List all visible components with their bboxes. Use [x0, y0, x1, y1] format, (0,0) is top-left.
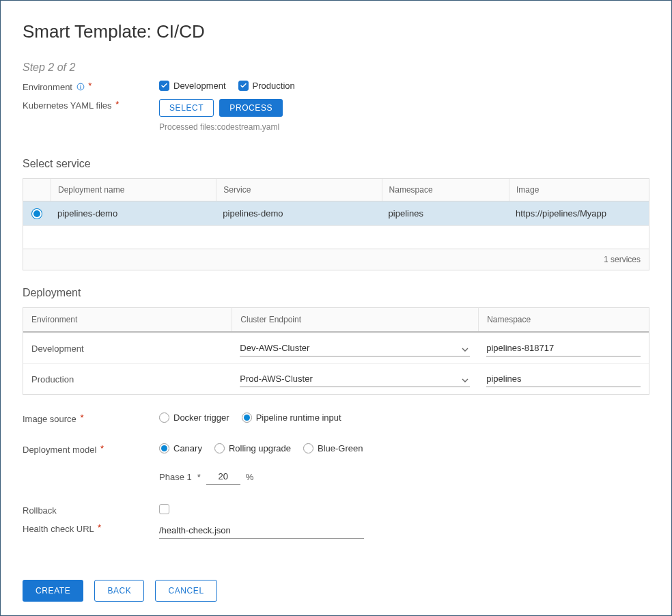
- env-development-label: Development: [173, 81, 226, 91]
- col-image: Image: [509, 179, 649, 201]
- info-icon[interactable]: [76, 83, 85, 91]
- cluster-select-dev-value: Dev-AWS-Cluster: [240, 343, 309, 353]
- health-check-label: Health check URL *: [23, 522, 159, 534]
- radio-icon: [214, 443, 225, 453]
- cancel-button[interactable]: Cancel: [155, 580, 216, 602]
- environment-label: Environment *: [23, 81, 159, 92]
- health-check-input[interactable]: [159, 522, 364, 539]
- back-button[interactable]: Back: [94, 580, 144, 602]
- footer-button-bar: Create Back Cancel: [23, 563, 649, 602]
- checkbox-icon: [159, 504, 169, 514]
- service-table: Deployment name Service Namespace Image …: [23, 178, 649, 270]
- process-button[interactable]: Process: [219, 99, 283, 117]
- checkbox-icon: [238, 81, 249, 91]
- model-canary-label: Canary: [173, 443, 202, 453]
- required-asterisk: *: [88, 81, 92, 91]
- col-service: Service: [216, 179, 381, 201]
- deployment-model-row: Deployment model * Canary Rolling upgrad…: [23, 443, 649, 485]
- required-asterisk: *: [115, 99, 119, 109]
- checkbox-icon: [159, 81, 169, 91]
- cell-service: pipelines-demo: [216, 201, 381, 225]
- env-cell: Production: [23, 364, 232, 394]
- col-cluster: Cluster Endpoint: [232, 308, 478, 331]
- namespace-input-prod[interactable]: [486, 371, 641, 387]
- phase-label: Phase 1: [159, 472, 192, 482]
- environment-row: Environment * Development Production: [23, 81, 649, 92]
- radio-icon: [159, 443, 169, 453]
- image-source-docker-label: Docker trigger: [173, 412, 229, 423]
- health-check-row: Health check URL *: [23, 522, 649, 539]
- cluster-select-prod[interactable]: Prod-AWS-Cluster: [240, 371, 470, 387]
- health-check-label-text: Health check URL: [23, 524, 94, 534]
- env-production-label: Production: [253, 81, 295, 91]
- rollback-checkbox[interactable]: [159, 504, 649, 514]
- rollback-row: Rollback: [23, 504, 649, 516]
- required-asterisk: *: [197, 472, 201, 482]
- phase-unit: %: [246, 472, 254, 482]
- svg-point-1: [80, 85, 81, 86]
- service-table-empty-row: [23, 225, 649, 249]
- create-button[interactable]: Create: [23, 580, 83, 602]
- rollback-label: Rollback: [23, 504, 159, 516]
- image-source-label: Image source *: [23, 412, 159, 424]
- yaml-label-text: Kubernetes YAML files: [23, 100, 112, 111]
- environment-label-text: Environment: [23, 82, 72, 92]
- deployment-table: Environment Cluster Endpoint Namespace D…: [23, 307, 649, 395]
- env-development-checkbox[interactable]: Development: [159, 81, 226, 91]
- cell-image: https://pipelines/Myapp: [509, 201, 649, 225]
- step-indicator: Step 2 of 2: [23, 61, 649, 74]
- col-env: Environment: [23, 308, 232, 331]
- service-table-row[interactable]: pipelines-demo pipelines-demo pipelines …: [23, 201, 649, 225]
- cell-deployment-name: pipelines-demo: [51, 201, 216, 225]
- image-source-runtime-radio[interactable]: Pipeline runtime input: [242, 412, 341, 423]
- image-source-docker-radio[interactable]: Docker trigger: [159, 412, 229, 423]
- service-table-footer: 1 services: [23, 249, 649, 270]
- radio-icon: [159, 412, 169, 423]
- col-namespace: Namespace: [478, 308, 649, 331]
- page-container: Smart Template: CI/CD Step 2 of 2 Enviro…: [0, 0, 672, 616]
- env-production-checkbox[interactable]: Production: [238, 81, 295, 91]
- deployment-title: Deployment: [23, 287, 649, 299]
- cell-namespace: pipelines: [382, 201, 509, 225]
- phase-value-input[interactable]: [206, 468, 240, 485]
- image-source-runtime-label: Pipeline runtime input: [256, 412, 341, 423]
- radio-icon: [242, 412, 252, 423]
- deployment-model-label: Deployment model *: [23, 443, 159, 455]
- cluster-select-prod-value: Prod-AWS-Cluster: [240, 374, 312, 384]
- required-asterisk: *: [80, 412, 83, 423]
- required-asterisk: *: [98, 522, 101, 533]
- radio-icon: [303, 443, 313, 453]
- env-cell: Development: [23, 333, 232, 363]
- deployment-row-prod: Production Prod-AWS-Cluster: [23, 363, 649, 394]
- image-source-label-text: Image source: [23, 414, 76, 424]
- image-source-row: Image source * Docker trigger Pipeline r…: [23, 412, 649, 424]
- yaml-row: Kubernetes YAML files * Select Process P…: [23, 99, 649, 132]
- model-rolling-radio[interactable]: Rolling upgrade: [214, 443, 291, 453]
- col-namespace: Namespace: [382, 179, 509, 201]
- model-bluegreen-label: Blue-Green: [318, 443, 363, 453]
- yaml-label: Kubernetes YAML files *: [23, 99, 159, 111]
- processed-files-note: Processed files:codestream.yaml: [159, 122, 649, 132]
- chevron-down-icon: [462, 345, 468, 352]
- col-deployment-name: Deployment name: [51, 179, 216, 201]
- page-title: Smart Template: CI/CD: [23, 21, 649, 42]
- select-service-title: Select service: [23, 158, 649, 170]
- deployment-model-label-text: Deployment model: [23, 445, 96, 455]
- deployment-row-dev: Development Dev-AWS-Cluster: [23, 333, 649, 363]
- model-rolling-label: Rolling upgrade: [229, 443, 291, 453]
- svg-rect-2: [80, 86, 81, 89]
- row-radio-selected-icon[interactable]: [32, 209, 42, 219]
- model-bluegreen-radio[interactable]: Blue-Green: [303, 443, 363, 453]
- model-canary-radio[interactable]: Canary: [159, 443, 202, 453]
- chevron-down-icon: [462, 376, 468, 382]
- service-table-header: Deployment name Service Namespace Image: [23, 179, 649, 201]
- select-button[interactable]: Select: [159, 99, 214, 117]
- deployment-table-header: Environment Cluster Endpoint Namespace: [23, 308, 649, 333]
- namespace-input-dev[interactable]: [486, 340, 641, 356]
- phase-row: Phase 1 * %: [159, 468, 649, 485]
- required-asterisk: *: [100, 443, 104, 453]
- cluster-select-dev[interactable]: Dev-AWS-Cluster: [240, 340, 470, 356]
